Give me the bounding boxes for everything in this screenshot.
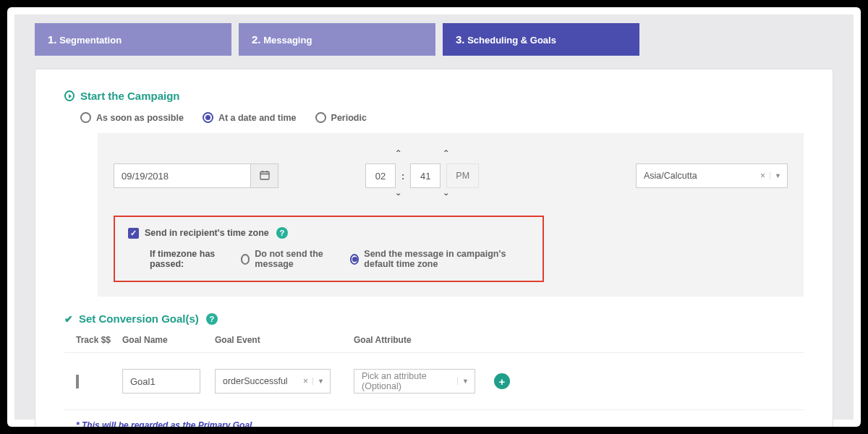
radio-icon — [241, 254, 250, 265]
chevron-down-icon: ˇ — [396, 192, 400, 204]
play-circle-icon — [64, 91, 75, 101]
section-title: Start the Campaign — [80, 90, 180, 102]
radio-label: Send the message in campaign's default t… — [364, 249, 529, 269]
recipient-tz-label: Send in recipient's time zone — [145, 228, 269, 238]
radio-do-not-send[interactable]: Do not send the message — [241, 249, 337, 269]
section-conversion-goals: ✔ Set Conversion Goal(s) ? — [64, 312, 804, 325]
tab-scheduling-goals[interactable]: 3. Scheduling & Goals — [443, 23, 639, 56]
radio-label: Periodic — [331, 113, 367, 123]
timezone-select[interactable]: Asia/Calcutta × ▼ — [636, 163, 788, 188]
goal-name-input[interactable] — [122, 369, 200, 393]
svg-rect-0 — [260, 171, 269, 179]
col-goal-name: Goal Name — [122, 335, 215, 345]
step-number: 2. — [252, 33, 261, 46]
if-tz-passed-row: If timezone has passed: Do not send the … — [128, 249, 529, 269]
recipient-tz-checkbox[interactable]: ✓ — [128, 228, 139, 239]
minute-input[interactable] — [410, 163, 441, 188]
goal-columns: Track $$ Goal Name Goal Event Goal Attri… — [64, 335, 804, 345]
date-input[interactable] — [114, 163, 251, 188]
radio-icon — [350, 254, 359, 265]
help-icon[interactable]: ? — [276, 227, 288, 239]
radio-send-default-tz[interactable]: Send the message in campaign's default t… — [350, 249, 529, 269]
radio-label: Do not send the message — [255, 249, 337, 269]
primary-goal-footnote: * This will be regarded as the Primary G… — [64, 410, 804, 427]
schedule-row: ˆ ˆ : PM ˇ ˇ — [114, 149, 788, 203]
recipient-timezone-box: ✓ Send in recipient's time zone ? If tim… — [114, 216, 544, 282]
chevron-down-icon: ▼ — [312, 378, 324, 385]
chevron-up-icon: ˆ — [444, 148, 448, 161]
help-icon[interactable]: ? — [206, 313, 218, 325]
goal-row: orderSuccessful × ▼ Pick an attribute (O… — [64, 352, 804, 410]
check-icon: ✔ — [64, 313, 73, 325]
minute-up[interactable]: ˆ — [441, 149, 451, 159]
radio-asap[interactable]: As soon as possible — [80, 112, 184, 123]
col-track: Track $$ — [76, 335, 122, 345]
ampm-toggle[interactable]: PM — [446, 163, 479, 188]
clear-icon[interactable]: × — [303, 376, 308, 386]
radio-label: As soon as possible — [96, 113, 184, 123]
radio-icon — [315, 112, 326, 123]
chevron-down-icon: ˇ — [444, 192, 448, 204]
chevron-down-icon: ▼ — [770, 172, 781, 179]
time-stepper: ˆ ˆ : PM ˇ ˇ — [365, 149, 479, 203]
radio-date-time[interactable]: At a date and time — [203, 112, 297, 123]
goal-attribute-select[interactable]: Pick an attribute (Optional) ▼ — [354, 369, 475, 393]
add-goal-button[interactable]: + — [494, 373, 510, 389]
hour-down[interactable]: ˇ — [393, 192, 404, 203]
goal-attr-placeholder: Pick an attribute (Optional) — [362, 371, 453, 391]
section-title: Set Conversion Goal(s) — [79, 312, 199, 325]
check-icon: ✓ — [130, 229, 137, 238]
hour-input[interactable] — [365, 163, 396, 188]
goal-event-select[interactable]: orderSuccessful × ▼ — [215, 369, 331, 393]
step-number: 1. — [48, 33, 57, 46]
radio-icon — [80, 112, 91, 123]
step-label: Segmentation — [59, 35, 122, 46]
content-card: Start the Campaign As soon as possible A… — [35, 69, 833, 427]
chevron-up-icon: ˆ — [396, 148, 400, 161]
step-label: Messaging — [263, 35, 312, 46]
chevron-down-icon: ▼ — [457, 378, 469, 385]
track-checkbox[interactable] — [76, 375, 79, 388]
radio-periodic[interactable]: Periodic — [315, 112, 367, 123]
page: 1. Segmentation 2. Messaging 3. Scheduli… — [14, 14, 854, 420]
calendar-icon — [260, 170, 270, 182]
radio-icon — [203, 112, 213, 123]
section-start-campaign: Start the Campaign — [64, 90, 804, 102]
time-colon: : — [401, 171, 404, 182]
calendar-button[interactable] — [251, 163, 278, 188]
tab-segmentation[interactable]: 1. Segmentation — [35, 23, 231, 56]
schedule-panel: ˆ ˆ : PM ˇ ˇ — [98, 133, 804, 297]
plus-icon: + — [499, 375, 506, 388]
clear-icon[interactable]: × — [760, 171, 765, 181]
tab-messaging[interactable]: 2. Messaging — [239, 23, 435, 56]
app-shell: 1. Segmentation 2. Messaging 3. Scheduli… — [7, 7, 861, 427]
col-goal-attr: Goal Attribute — [354, 335, 484, 345]
start-mode-radios: As soon as possible At a date and time P… — [64, 112, 804, 123]
goal-event-value: orderSuccessful — [223, 376, 288, 386]
minute-down[interactable]: ˇ — [441, 192, 451, 203]
hour-up[interactable]: ˆ — [393, 149, 404, 159]
timezone-value: Asia/Calcutta — [644, 171, 697, 181]
radio-label: At a date and time — [218, 113, 297, 123]
step-label: Scheduling & Goals — [467, 35, 556, 46]
recipient-tz-checkbox-row: ✓ Send in recipient's time zone ? — [128, 227, 529, 239]
step-number: 3. — [456, 33, 465, 46]
if-passed-label: If timezone has passed: — [150, 249, 228, 269]
step-tabs: 1. Segmentation 2. Messaging 3. Scheduli… — [35, 23, 833, 56]
col-goal-event: Goal Event — [215, 335, 354, 345]
date-field — [114, 163, 278, 188]
